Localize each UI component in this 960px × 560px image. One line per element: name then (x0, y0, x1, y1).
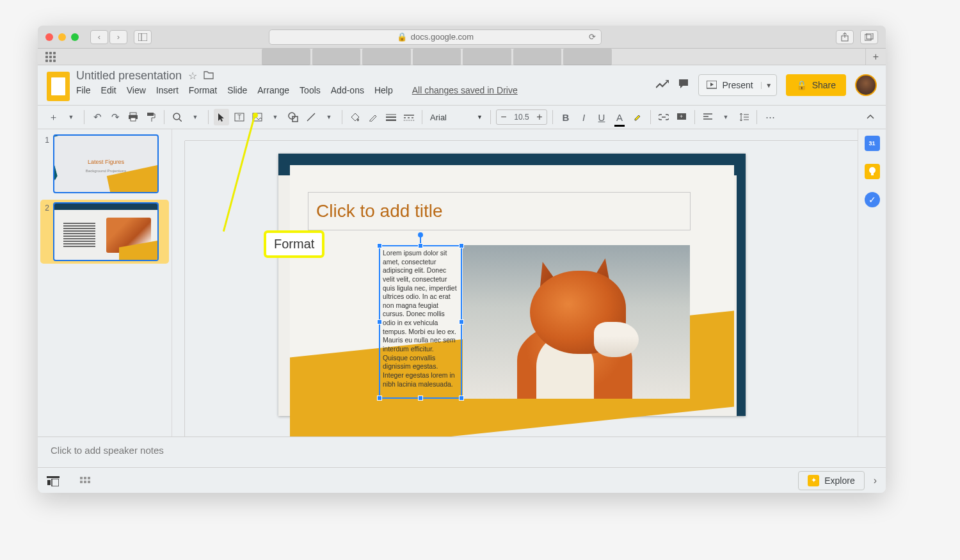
fill-color-button[interactable] (348, 109, 363, 125)
align-button[interactable] (700, 109, 716, 125)
filmstrip-view-button[interactable] (47, 476, 60, 485)
tasks-icon[interactable]: ✓ (865, 192, 880, 207)
resize-handle[interactable] (459, 319, 464, 324)
new-slide-dropdown[interactable]: ▼ (63, 109, 79, 125)
rotate-handle[interactable] (418, 232, 423, 237)
calendar-icon[interactable]: 31 (865, 136, 880, 151)
resize-handle[interactable] (377, 243, 382, 248)
side-panel-toggle[interactable]: › (874, 475, 877, 486)
zoom-button[interactable] (170, 109, 185, 125)
align-dropdown[interactable]: ▼ (718, 109, 733, 125)
present-dropdown[interactable]: ▼ (761, 82, 776, 89)
highlight-button[interactable] (630, 109, 645, 125)
title-placeholder[interactable]: Click to add title (308, 192, 691, 230)
image-dropdown[interactable]: ▼ (268, 109, 283, 125)
image-tool[interactable] (250, 109, 265, 125)
border-dash-button[interactable] (401, 109, 417, 125)
zoom-dropdown[interactable]: ▼ (188, 109, 203, 125)
resize-handle[interactable] (459, 396, 464, 401)
share-button[interactable]: 🔒 Share (786, 74, 846, 96)
resize-handle[interactable] (459, 243, 464, 248)
menu-insert[interactable]: Insert (156, 85, 179, 95)
more-button[interactable]: ⋯ (762, 109, 778, 125)
font-family-select[interactable]: Arial▼ (428, 109, 485, 125)
menu-format[interactable]: Format (189, 85, 217, 95)
reload-icon[interactable]: ⟳ (589, 32, 596, 42)
menu-arrange[interactable]: Arrange (257, 85, 289, 95)
share-sheet-icon[interactable] (836, 30, 854, 44)
speaker-notes[interactable]: Click to add speaker notes (38, 436, 886, 467)
select-tool[interactable] (214, 109, 229, 125)
account-avatar[interactable] (855, 74, 877, 96)
save-status[interactable]: All changes saved in Drive (412, 85, 518, 95)
menu-addons[interactable]: Add-ons (331, 85, 364, 95)
apps-grid-icon[interactable] (45, 52, 56, 62)
line-dash-icon (404, 113, 414, 121)
fullscreen-window-button[interactable] (71, 33, 79, 41)
lock-icon: 🔒 (397, 32, 407, 42)
minimize-window-button[interactable] (58, 33, 66, 41)
line-tool[interactable] (303, 109, 319, 125)
titlebar: ‹ › 🔒 docs.google.com ⟳ (38, 26, 886, 49)
window-controls (45, 33, 79, 41)
menu-slide[interactable]: Slide (227, 85, 247, 95)
menu-edit[interactable]: Edit (101, 85, 116, 95)
italic-button[interactable]: I (576, 109, 591, 125)
back-button[interactable]: ‹ (90, 30, 108, 44)
new-tab-button[interactable]: + (865, 49, 886, 65)
line-spacing-button[interactable] (736, 109, 751, 125)
font-size-decrease[interactable]: − (497, 111, 511, 123)
print-button[interactable] (125, 109, 141, 125)
forward-button[interactable]: › (109, 30, 127, 44)
line-dropdown[interactable]: ▼ (321, 109, 337, 125)
highlighter-icon (633, 113, 642, 122)
resize-handle[interactable] (418, 396, 423, 401)
slide-thumbnail-2[interactable] (53, 202, 159, 261)
menu-view[interactable]: View (127, 85, 146, 95)
border-color-button[interactable] (365, 109, 381, 125)
menu-file[interactable]: File (76, 85, 91, 95)
doc-title[interactable]: Untitled presentation (76, 69, 182, 83)
explore-button[interactable]: ✦ Explore (798, 471, 864, 490)
textbox-tool[interactable]: T (232, 109, 247, 125)
undo-button[interactable]: ↶ (90, 109, 105, 125)
comments-icon[interactable] (678, 78, 689, 93)
shape-tool[interactable] (285, 109, 301, 125)
move-folder-icon[interactable] (204, 70, 214, 82)
present-button[interactable]: Present (699, 80, 760, 90)
tabs-overview-icon[interactable] (860, 30, 878, 44)
line-icon (306, 112, 316, 122)
border-weight-button[interactable] (383, 109, 399, 125)
font-size-increase[interactable]: + (532, 111, 547, 123)
svg-rect-39 (47, 480, 51, 485)
close-window-button[interactable] (45, 33, 53, 41)
slide-thumbnail-1[interactable]: Latest Figures Background Projections (53, 134, 159, 193)
menu-tools[interactable]: Tools (300, 85, 321, 95)
grid-view-button[interactable] (79, 476, 92, 485)
address-bar[interactable]: 🔒 docs.google.com ⟳ (269, 29, 602, 45)
insert-link-button[interactable] (656, 109, 671, 125)
slide-canvas[interactable]: Click to add title Lorem ipsum (278, 154, 746, 416)
underline-button[interactable]: U (594, 109, 609, 125)
slide-image[interactable] (463, 245, 690, 399)
paint-format-button[interactable] (143, 109, 159, 125)
text-color-button[interactable]: A (612, 109, 627, 125)
resize-handle[interactable] (377, 396, 382, 401)
font-size-value[interactable]: 10.5 (511, 113, 532, 122)
bold-button[interactable]: B (558, 109, 573, 125)
resize-handle[interactable] (377, 319, 382, 324)
url-text: docs.google.com (411, 32, 474, 42)
sidebar-toggle-icon[interactable] (134, 30, 152, 44)
textbox-selection[interactable] (379, 245, 462, 399)
insert-comment-button[interactable]: + (674, 109, 689, 125)
keep-icon[interactable] (865, 164, 880, 179)
new-slide-button[interactable]: ＋ (45, 109, 61, 125)
mini-image-icon (106, 218, 151, 253)
mini-text-icon (63, 223, 95, 255)
activity-icon[interactable] (656, 79, 669, 92)
star-icon[interactable]: ☆ (188, 70, 197, 82)
resize-handle[interactable] (418, 243, 423, 248)
menu-help[interactable]: Help (374, 85, 393, 95)
redo-button[interactable]: ↷ (108, 109, 123, 125)
collapse-toolbar-button[interactable] (863, 109, 878, 125)
